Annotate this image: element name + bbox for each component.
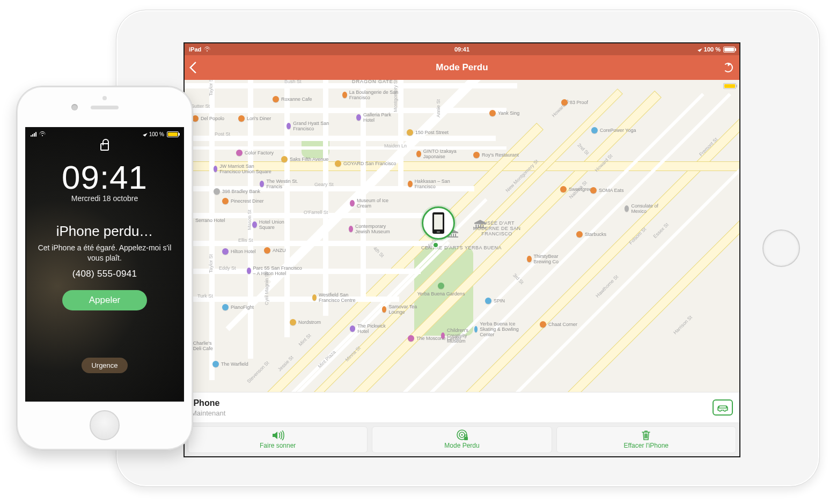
call-button[interactable]: Appeler [62,290,148,310]
map-poi: The Warfield [212,361,248,367]
refresh-button[interactable] [723,63,733,72]
street-label: Mint St [298,333,312,347]
map-poi: Roy's Restaurant [473,152,519,158]
street-label: DRAGON GATE [352,80,393,84]
map-poi: Galleria Park Hotel [356,112,394,123]
map-poi: Del Popolo [192,115,224,122]
iphone-sensor [102,96,107,100]
map-poi: Contemporary Jewish Museum [349,224,400,234]
map-poi: Yerba Buena Ice Skating & Bowling Center [474,321,528,337]
actions-row: Faire sonner Mode Perdu [185,423,739,456]
map-road [185,108,506,113]
lost-mode-phone: (408) 555-0941 [72,269,137,279]
map-poi: Nordstrom [290,319,321,325]
museum-icon [473,219,487,229]
street-label: Cyril Magnin St [264,272,269,305]
street-label: 2nd St [576,142,590,155]
device-last-seen: Maintenant [191,409,713,417]
erase-button[interactable]: Effacer l'iPhone [556,426,736,453]
map-poi: ThirstyBear Brewing Co [527,254,570,264]
lost-mode-title: iPhone perdu… [56,223,153,240]
map-poi: Chaat Corner [540,321,577,328]
svg-rect-3 [464,437,468,440]
header-title: Mode Perdu [185,62,739,73]
street-label: Eddy St [219,265,236,271]
map-poi: Consulate of Mexico [625,203,662,214]
map-road [209,80,215,380]
sound-icon [271,430,285,441]
map-poi: La Boulangerie de San Francisco [342,90,401,100]
street-label: Annie St [436,99,441,117]
street-label: 4th St [372,246,385,258]
device-battery-badge [723,83,736,89]
map-poi: Saks Fifth Avenue [281,156,328,162]
map-poi: Samovar Tea Lounge [382,304,421,315]
emergency-button[interactable]: Urgence [82,358,127,373]
map-poi: 150 Post Street [407,129,449,136]
lockscreen-date: Mercredi 18 octobre [71,194,138,203]
map-poi: CENTRE D'ARTS YERBA BUENA [439,245,484,250]
street-label: Essex St [652,222,670,239]
map-poi: JW Marriott San Francisco Union Square [214,164,273,174]
map-poi: Hakkasan – San Francisco [408,179,456,189]
device-location-dot [432,242,439,248]
street-label: Geary St [314,182,334,187]
map-poi: Grand Hyatt San Francisco [287,121,333,131]
street-label: Mason St [247,210,252,230]
ipad-screen: iPad 09:41 100 % Mode Perdu [185,43,739,456]
map-poi: Museum of Ice Cream [350,198,393,209]
map-poi: Lori's Diner [238,115,271,122]
map-poi: Starbucks [576,231,606,238]
location-icon [143,131,148,136]
app-header: Mode Perdu [185,55,739,80]
device-name: iPhone [191,398,713,408]
street-label: Taylor St [208,254,214,273]
map-poi: ANZU [264,247,286,254]
call-button-label: Appeler [89,295,121,305]
street-label: Taylor St [208,80,214,96]
map-road [185,136,496,141]
wifi-icon [39,131,46,137]
ipad-status-bar: iPad 09:41 100 % [185,43,739,55]
device-info-row: iPhone Maintenant [185,392,739,423]
action-label: Mode Perdu [444,442,479,449]
map-poi: 83 Proof [561,99,588,106]
trash-icon [641,429,651,441]
status-time: 09:41 [454,46,469,53]
map-road [284,80,290,337]
svg-point-2 [461,434,462,435]
street-label: Sutter St [191,103,210,109]
device-location-pin[interactable] [422,206,455,240]
map-poi: Parc 55 San Francisco – A Hilton Hotel [247,265,306,276]
ipad-home-button[interactable] [762,229,800,267]
play-sound-button[interactable]: Faire sonner [188,426,368,453]
map-poi: CorePower Yoga [591,127,636,134]
iphone-home-button[interactable] [90,410,120,440]
map-view[interactable]: Bush St DRAGON GATE Sutter St Post St Ma… [185,80,739,392]
map-poi: Yerba Buena Gardens [420,283,462,297]
map-poi: Hilton Hotel [222,248,256,255]
street-label: Maiden Ln [384,143,407,149]
street-label: Ellis St [238,238,253,243]
map-poi: Sweetgreen [560,186,594,192]
lockscreen-time: 09:41 [62,158,148,196]
iphone-front-camera [71,104,78,110]
cellular-signal-icon [31,132,36,137]
street-label: O'Farrell St [304,210,328,215]
directions-button[interactable] [713,399,733,416]
lost-mode-button[interactable]: Mode Perdu [372,426,552,453]
map-poi: PianoFight [222,304,254,310]
iphone-speaker [91,106,119,109]
street-label: Stevenson St [246,360,270,384]
lock-icon [100,143,109,151]
map-poi: Westfield San Francisco Centre [312,292,364,303]
ipad-device-frame: iPad 09:41 100 % Mode Perdu [116,10,820,487]
map-poi: The Westin St. Francis [260,179,300,189]
map-poi: Roxanne Cafe [273,96,312,102]
map-poi: SOMA Eats [590,187,624,194]
iphone-screen: 100 % 09:41 Mercredi 18 octobre iPhone p… [26,128,183,401]
map-poi: GINTO Izakaya Japonaise [416,149,465,159]
street-label: Harrison St [672,315,693,336]
battery-icon [723,47,735,53]
action-label: Effacer l'iPhone [624,442,669,449]
